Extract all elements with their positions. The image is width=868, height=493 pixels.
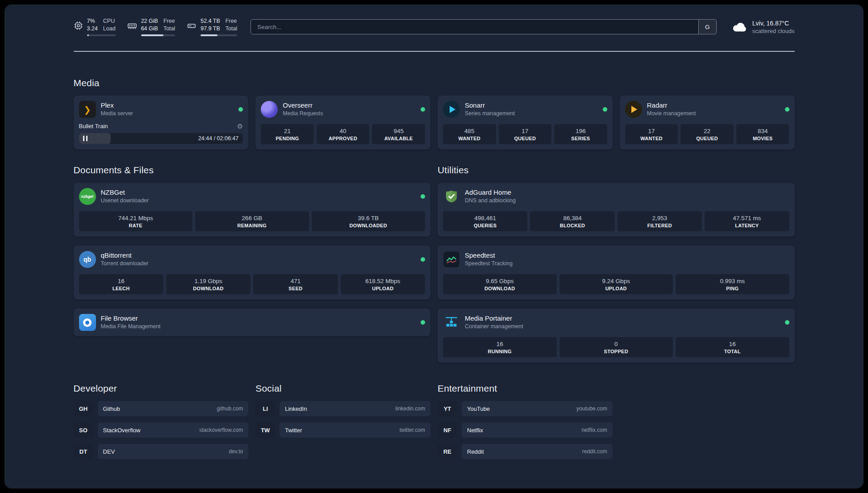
bookmark-url: github.com <box>217 405 243 412</box>
plex-icon <box>79 101 96 118</box>
stat-available: 945 AVAILABLE <box>372 124 425 144</box>
bookmark-linkedin[interactable]: LI LinkedIn linkedin.com <box>255 401 430 416</box>
bookmark-abbr: LI <box>255 401 275 416</box>
disk-free-value: 52.4 TB <box>200 17 220 25</box>
bookmark-group-developer: Developer GH Github github.com SO StackO… <box>74 383 249 459</box>
bookmark-twitter[interactable]: TW Twitter twitter.com <box>255 422 430 438</box>
service-name: Media Portainer <box>465 314 523 323</box>
bookmark-abbr: RE <box>438 444 457 459</box>
stat-downloaded: 39.6 TB DOWNLOADED <box>312 211 426 231</box>
service-card-radarr: Radarr Movie management 17 WANTED 22 QUE… <box>620 96 795 150</box>
service-subtitle: Usenet downloader <box>101 197 149 205</box>
disk-total-value: 97.9 TB <box>200 25 220 33</box>
memory-total-label: Total <box>163 25 175 33</box>
bookmark-url: linkedin.com <box>395 405 425 412</box>
bookmark-name: Twitter <box>285 427 302 434</box>
cloud-icon <box>732 20 748 34</box>
service-link-nzbget[interactable]: NZBGet Usenet downloader <box>79 188 426 205</box>
bookmark-name: Reddit <box>467 448 484 455</box>
service-card-filebrowser: File Browser Media File Management <box>74 309 431 336</box>
search-input[interactable] <box>251 20 698 34</box>
stat-remaining: 266 GB REMAINING <box>195 211 309 231</box>
service-name: Speedtest <box>465 251 513 260</box>
disk-free-label: Free <box>225 17 237 25</box>
bookmark-reddit[interactable]: RE Reddit reddit.com <box>438 444 613 459</box>
playback-progress-bar[interactable]: 24:44 / 02:06:47 <box>79 133 243 144</box>
service-subtitle: Movie management <box>647 110 696 117</box>
bookmark-netflix[interactable]: NF Netflix netflix.com <box>438 422 613 438</box>
bookmark-github[interactable]: GH Github github.com <box>74 401 249 416</box>
service-name: File Browser <box>101 314 161 323</box>
section-title-developer: Developer <box>74 383 249 394</box>
section-utilities: Utilities AdGuard Home D <box>438 165 795 363</box>
search-provider-button[interactable]: G <box>698 20 716 34</box>
service-name: Plex <box>101 101 133 110</box>
screen: 7% 3.24 CPU Load <box>0 0 868 493</box>
bookmark-youtube[interactable]: YT YouTube youtube.com <box>438 401 613 416</box>
bookmark-dev-to[interactable]: DT DEV dev.to <box>74 444 249 459</box>
section-title-entertainment: Entertainment <box>438 383 613 394</box>
status-dot <box>421 194 425 199</box>
stat-series: 196 SERIES <box>554 124 607 144</box>
now-playing-title: Bullet Train <box>79 123 108 130</box>
service-link-sonarr[interactable]: Sonarr Series management <box>443 101 607 118</box>
weather-widget: Lviv, 16.87°C scattered clouds <box>732 20 795 34</box>
speedtest-chart-icon <box>443 251 460 268</box>
service-subtitle: Media File Management <box>101 323 161 330</box>
bookmark-url: dev.to <box>229 448 243 455</box>
stat-filtered: 2,953 FILTERED <box>618 211 702 231</box>
service-name: AdGuard Home <box>465 188 516 197</box>
hard-drive-icon <box>187 17 196 33</box>
service-name: Overseerr <box>283 101 323 110</box>
stat-leech: 16 LEECH <box>79 274 163 294</box>
bookmark-abbr: DT <box>74 444 93 459</box>
status-dot <box>603 107 607 112</box>
qbittorrent-icon <box>79 251 96 268</box>
bookmark-name: YouTube <box>467 405 490 412</box>
settings-gear-icon[interactable] <box>237 123 243 130</box>
status-dot <box>421 320 425 325</box>
cpu-load-label: Load <box>103 25 116 33</box>
service-link-filebrowser[interactable]: File Browser Media File Management <box>79 314 426 331</box>
stat-stopped: 0 STOPPED <box>559 337 673 357</box>
service-link-qbittorrent[interactable]: qBittorrent Torrent downloader <box>79 251 426 268</box>
weather-condition: scattered clouds <box>752 28 795 34</box>
service-name: Sonarr <box>465 101 515 110</box>
service-link-overseerr[interactable]: Overseerr Media Requests <box>261 101 425 118</box>
cpu-icon <box>74 17 83 32</box>
pause-icon[interactable] <box>83 136 88 141</box>
stat-latency: 47.571 ms LATENCY <box>705 211 789 231</box>
service-card-speedtest: Speedtest Speedtest Tracking 9.65 Gbps D… <box>438 246 795 300</box>
filebrowser-icon <box>79 314 96 331</box>
stat-running: 16 RUNNING <box>443 337 557 357</box>
service-link-radarr[interactable]: Radarr Movie management <box>625 101 789 118</box>
system-stats: 7% 3.24 CPU Load <box>74 17 238 36</box>
service-link-plex[interactable]: Plex Media server <box>79 101 243 118</box>
service-subtitle: Torrent downloader <box>101 260 149 267</box>
service-link-adguard[interactable]: AdGuard Home DNS and adblocking <box>443 188 789 205</box>
section-title-media: Media <box>74 78 795 88</box>
stat-movies: 834 MOVIES <box>736 124 789 144</box>
service-subtitle: DNS and adblocking <box>465 197 516 205</box>
service-name: NZBGet <box>101 188 149 197</box>
status-dot <box>785 107 789 112</box>
status-dot <box>785 320 789 325</box>
stat-approved: 40 APPROVED <box>317 124 370 144</box>
stat-queued: 17 QUEUED <box>499 124 552 144</box>
bookmark-group-entertainment: Entertainment YT YouTube youtube.com NF … <box>438 383 613 459</box>
service-link-speedtest[interactable]: Speedtest Speedtest Tracking <box>443 251 789 268</box>
bookmark-abbr: NF <box>438 422 457 438</box>
stat-download: 1.19 Gbps DOWNLOAD <box>166 274 250 294</box>
status-dot <box>238 107 243 112</box>
bookmark-name: StackOverflow <box>103 427 141 434</box>
stat-rate: 744.21 Mbps RATE <box>79 211 193 231</box>
cpu-usage-label: CPU <box>103 17 116 25</box>
bookmark-url: reddit.com <box>582 448 607 455</box>
bookmark-stackoverflow[interactable]: SO StackOverflow stackoverflow.com <box>74 422 249 438</box>
playback-time: 24:44 / 02:06:47 <box>198 135 243 142</box>
section-title-files: Documents & Files <box>74 165 431 175</box>
memory-free-value: 22 GiB <box>141 17 158 25</box>
disk-progress-bar <box>200 34 237 36</box>
bookmark-group-empty <box>620 383 795 459</box>
service-link-portainer[interactable]: Media Portainer Container management <box>443 314 789 331</box>
